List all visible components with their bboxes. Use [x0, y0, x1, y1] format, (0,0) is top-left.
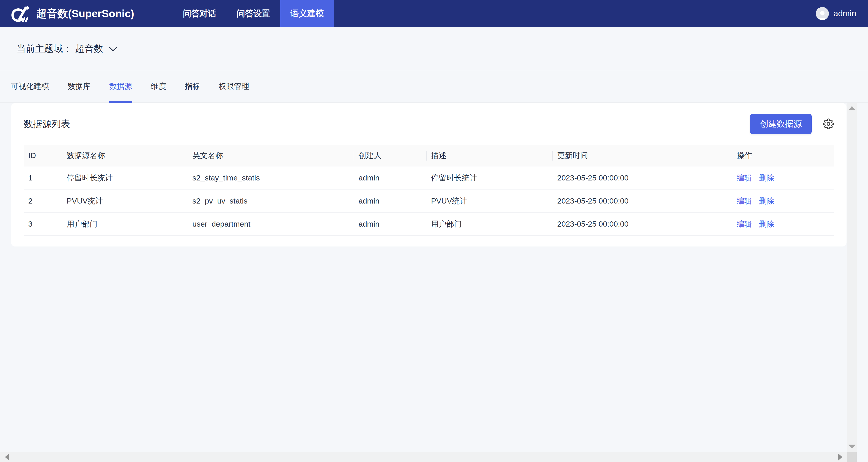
table-row: 1 停留时长统计 s2_stay_time_statis admin 停留时长统…: [24, 166, 834, 189]
scroll-down-arrow-icon[interactable]: [848, 444, 856, 449]
tab-metric[interactable]: 指标: [185, 70, 200, 102]
model-tabs: 可视化建模 数据库 数据源 维度 指标 权限管理: [0, 70, 868, 103]
col-header-description: 描述: [427, 145, 553, 166]
vertical-scrollbar[interactable]: [847, 103, 857, 452]
cell-updated-at: 2023-05-25 00:00:00: [553, 213, 732, 236]
nav-item-qa-chat[interactable]: 问答对话: [173, 0, 226, 27]
scroll-left-arrow-icon[interactable]: [5, 454, 9, 460]
cell-description: 停留时长统计: [427, 166, 553, 189]
col-header-updated-at: 更新时间: [553, 145, 732, 166]
cell-english-name: user_department: [188, 213, 354, 236]
table-row: 3 用户部门 user_department admin 用户部门 2023-0…: [24, 213, 834, 236]
domain-selector[interactable]: 当前主题域： 超音数: [17, 42, 117, 55]
create-datasource-button[interactable]: 创建数据源: [750, 114, 812, 134]
cell-id: 1: [24, 166, 62, 189]
cell-creator: admin: [354, 189, 427, 212]
user-name: admin: [833, 9, 856, 18]
scrollbar-corner: [847, 452, 857, 462]
tab-database[interactable]: 数据库: [68, 70, 91, 102]
supersonic-logo-icon: [10, 3, 31, 24]
cell-description: 用户部门: [427, 213, 553, 236]
col-header-creator: 创建人: [354, 145, 427, 166]
brand-title: 超音数(SuperSonic): [36, 6, 134, 21]
user-menu[interactable]: admin: [816, 0, 856, 27]
chevron-down-icon: [109, 47, 117, 52]
cell-name: 用户部门: [62, 213, 188, 236]
cell-updated-at: 2023-05-25 00:00:00: [553, 189, 732, 212]
cell-description: PVUV统计: [427, 189, 553, 212]
tab-permission[interactable]: 权限管理: [219, 70, 249, 102]
delete-link[interactable]: 删除: [759, 219, 774, 229]
panel-title: 数据源列表: [24, 118, 70, 130]
scroll-up-arrow-icon[interactable]: [848, 106, 856, 110]
cell-updated-at: 2023-05-25 00:00:00: [553, 166, 732, 189]
cell-operations: 编辑 删除: [732, 189, 834, 212]
edit-link[interactable]: 编辑: [737, 196, 752, 206]
cell-creator: admin: [354, 166, 427, 189]
cell-name: PVUV统计: [62, 189, 188, 212]
cell-id: 3: [24, 213, 62, 236]
table-header-row: ID 数据源名称 英文名称 创建人 描述 更新时间 操作: [24, 145, 834, 166]
domain-value: 超音数: [75, 42, 103, 55]
panel-header: 数据源列表 创建数据源: [24, 114, 834, 134]
tab-dimension[interactable]: 维度: [151, 70, 166, 102]
main-nav: 问答对话 问答设置 语义建模: [173, 0, 334, 27]
delete-link[interactable]: 删除: [759, 173, 774, 183]
domain-bar: 当前主题域： 超音数: [0, 27, 868, 70]
cell-name: 停留时长统计: [62, 166, 188, 189]
domain-label: 当前主题域：: [17, 42, 72, 55]
gear-icon[interactable]: [823, 119, 834, 129]
cell-creator: admin: [354, 213, 427, 236]
col-header-operations: 操作: [732, 145, 834, 166]
col-header-name: 数据源名称: [62, 145, 188, 166]
nav-item-semantic-modeling[interactable]: 语义建模: [280, 0, 334, 27]
table-row: 2 PVUV统计 s2_pv_uv_statis admin PVUV统计 20…: [24, 189, 834, 213]
edit-link[interactable]: 编辑: [737, 219, 752, 229]
nav-item-qa-settings[interactable]: 问答设置: [226, 0, 280, 27]
datasource-table: ID 数据源名称 英文名称 创建人 描述 更新时间 操作 1 停留时长统计 s2…: [24, 145, 834, 236]
edit-link[interactable]: 编辑: [737, 173, 752, 183]
cell-english-name: s2_stay_time_statis: [188, 166, 354, 189]
scroll-right-arrow-icon[interactable]: [838, 454, 842, 460]
panel-actions: 创建数据源: [750, 114, 834, 134]
brand[interactable]: 超音数(SuperSonic): [10, 0, 134, 27]
top-navbar: 超音数(SuperSonic) 问答对话 问答设置 语义建模 admin: [0, 0, 868, 27]
cell-operations: 编辑 删除: [732, 166, 834, 189]
cell-english-name: s2_pv_uv_statis: [188, 189, 354, 212]
col-header-id: ID: [24, 145, 62, 166]
delete-link[interactable]: 删除: [759, 196, 774, 206]
datasource-panel: 数据源列表 创建数据源 ID 数据源名称 英文名称 创建人 描述 更新时间 操作: [11, 103, 846, 246]
tab-visual-modeling[interactable]: 可视化建模: [11, 70, 49, 102]
col-header-english-name: 英文名称: [188, 145, 354, 166]
horizontal-scrollbar[interactable]: [0, 452, 847, 462]
tab-datasource[interactable]: 数据源: [109, 70, 132, 102]
app-root: 超音数(SuperSonic) 问答对话 问答设置 语义建模 admin 当前主…: [0, 0, 868, 462]
user-avatar-icon: [816, 7, 829, 20]
cell-operations: 编辑 删除: [732, 213, 834, 236]
cell-id: 2: [24, 189, 62, 212]
